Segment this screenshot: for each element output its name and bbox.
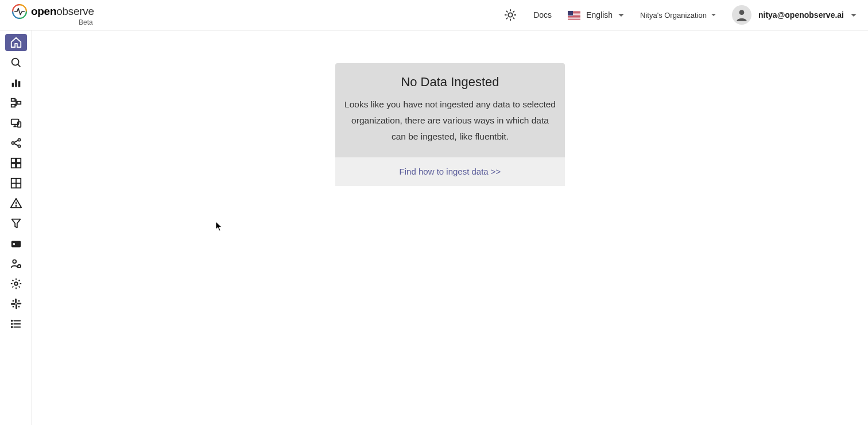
- svg-rect-15: [568, 17, 580, 17]
- svg-rect-35: [16, 159, 20, 163]
- svg-point-29: [11, 142, 14, 144]
- sidebar-item-search[interactable]: [5, 54, 27, 71]
- user-email: nitya@openobserve.ai: [758, 10, 844, 20]
- svg-point-46: [17, 265, 20, 268]
- sidebar-item-alerts[interactable]: [5, 195, 27, 212]
- svg-point-54: [18, 306, 20, 308]
- header-right: Docs English Nitya's Organization: [503, 5, 857, 25]
- grid-icon: [10, 177, 22, 190]
- svg-point-44: [13, 243, 15, 245]
- sidebar-item-functions[interactable]: [5, 215, 27, 232]
- slack-icon: [10, 298, 22, 310]
- svg-point-30: [18, 138, 20, 141]
- upload-card-icon: [10, 237, 22, 250]
- sidebar-item-settings[interactable]: [5, 275, 27, 292]
- svg-point-60: [11, 323, 12, 324]
- empty-state-description: Looks like you have not ingested any dat…: [344, 96, 556, 145]
- svg-point-45: [13, 260, 16, 263]
- sidebar-item-traces[interactable]: [5, 94, 27, 111]
- svg-point-55: [12, 306, 14, 308]
- sidebar-item-metrics[interactable]: [5, 74, 27, 91]
- funnel-icon: [10, 217, 22, 230]
- logo-text: openobserve: [31, 5, 94, 18]
- home-icon: [10, 36, 22, 49]
- svg-rect-50: [16, 304, 17, 309]
- traces-icon: [10, 96, 22, 109]
- alert-triangle-icon: [10, 197, 22, 210]
- svg-rect-21: [11, 83, 14, 87]
- docs-link[interactable]: Docs: [533, 10, 552, 20]
- svg-point-52: [12, 300, 14, 302]
- svg-rect-14: [568, 16, 580, 16]
- svg-rect-16: [568, 18, 580, 18]
- gear-icon: [10, 277, 22, 290]
- svg-point-19: [11, 59, 18, 65]
- sidebar-item-rum[interactable]: [5, 114, 27, 132]
- svg-rect-49: [16, 303, 21, 304]
- svg-line-9: [513, 11, 514, 11]
- empty-state-footer: Find how to ingest data >>: [335, 157, 565, 186]
- user-menu[interactable]: nitya@openobserve.ai: [732, 5, 857, 25]
- sidebar-item-home[interactable]: [5, 34, 27, 51]
- search-icon: [10, 56, 22, 69]
- brand-logo[interactable]: openobserve Beta: [11, 3, 94, 26]
- header: openobserve Beta Docs: [0, 0, 868, 30]
- dashboard-icon: [10, 157, 22, 169]
- svg-rect-51: [10, 303, 15, 305]
- chevron-down-icon: [618, 14, 624, 17]
- svg-line-33: [14, 144, 18, 146]
- svg-point-59: [11, 320, 12, 322]
- svg-point-31: [18, 145, 20, 147]
- list-icon: [10, 318, 22, 330]
- sidebar-item-streams[interactable]: [5, 175, 27, 192]
- language-label: English: [586, 10, 613, 20]
- theme-toggle-button[interactable]: [503, 8, 517, 22]
- sidebar-item-dashboards[interactable]: [5, 154, 27, 172]
- share-nodes-icon: [10, 137, 22, 149]
- empty-state-body: No Data Ingested Looks like you have not…: [335, 63, 565, 157]
- logo-mark-icon: [11, 3, 28, 20]
- svg-point-42: [16, 206, 16, 206]
- svg-rect-26: [17, 102, 20, 105]
- organization-selector[interactable]: Nitya's Organization: [640, 11, 716, 20]
- us-flag-icon: [568, 11, 580, 20]
- devices-icon: [10, 117, 22, 129]
- language-selector[interactable]: English: [568, 10, 624, 20]
- svg-line-32: [14, 140, 18, 142]
- avatar: [732, 5, 751, 25]
- svg-point-53: [18, 300, 20, 302]
- bar-chart-icon: [10, 76, 22, 89]
- svg-point-1: [509, 13, 513, 17]
- empty-state-title: No Data Ingested: [344, 75, 556, 90]
- sun-icon: [504, 9, 517, 21]
- organization-label: Nitya's Organization: [640, 11, 707, 20]
- empty-state-card: No Data Ingested Looks like you have not…: [335, 63, 565, 425]
- ingest-data-link[interactable]: Find how to ingest data >>: [400, 167, 501, 176]
- svg-rect-37: [16, 164, 20, 168]
- chevron-down-icon: [711, 14, 716, 16]
- user-settings-icon: [10, 257, 22, 270]
- svg-line-4: [507, 11, 507, 11]
- svg-rect-36: [11, 164, 15, 168]
- svg-line-20: [17, 64, 20, 67]
- sidebar-item-ingestion[interactable]: [5, 235, 27, 252]
- svg-point-18: [739, 10, 745, 15]
- sidebar-item-pipelines[interactable]: [5, 134, 27, 152]
- svg-rect-17: [568, 11, 573, 16]
- svg-rect-43: [11, 241, 21, 247]
- beta-badge: Beta: [79, 18, 93, 26]
- svg-rect-34: [11, 159, 15, 163]
- svg-line-8: [507, 18, 507, 18]
- chevron-down-icon: [851, 14, 857, 17]
- sidebar-item-list[interactable]: [5, 315, 27, 333]
- svg-line-5: [513, 18, 514, 18]
- sidebar-item-iam[interactable]: [5, 255, 27, 272]
- sidebar-item-slack[interactable]: [5, 295, 27, 312]
- user-icon: [734, 7, 749, 22]
- sidebar: [0, 30, 32, 425]
- svg-rect-22: [15, 80, 17, 87]
- svg-point-61: [11, 327, 12, 328]
- svg-point-47: [14, 282, 18, 285]
- svg-rect-23: [18, 81, 20, 87]
- main-content: No Data Ingested Looks like you have not…: [32, 30, 868, 425]
